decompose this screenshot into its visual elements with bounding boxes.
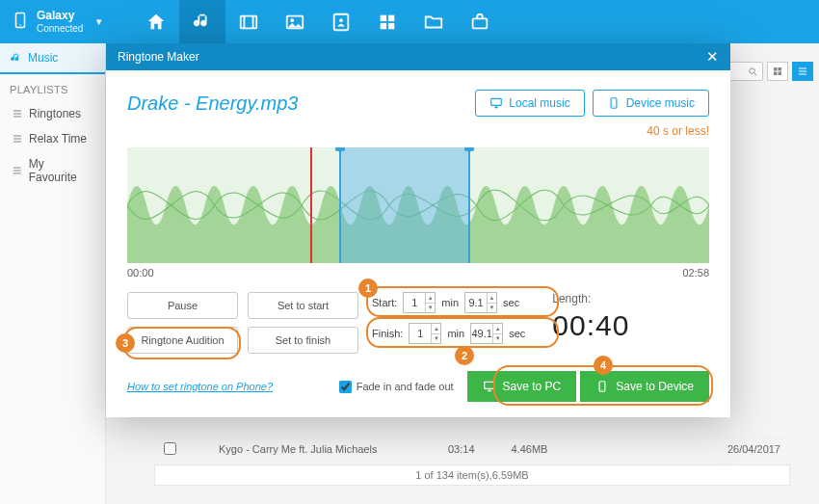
dialog-titlebar[interactable]: Ringtone Maker ✕ <box>106 43 730 70</box>
svg-point-6 <box>340 18 344 22</box>
nav-home[interactable] <box>133 0 179 43</box>
svg-rect-15 <box>774 72 778 76</box>
sidebar-item-relax[interactable]: Relax Time <box>0 126 105 151</box>
device-music-button[interactable]: Device music <box>593 90 709 117</box>
view-list-button[interactable] <box>792 62 813 81</box>
start-sec-input[interactable]: 9.1▲▼ <box>464 292 497 313</box>
svg-rect-14 <box>779 67 782 71</box>
nav-music[interactable] <box>179 0 225 43</box>
selection-start-handle[interactable] <box>335 147 345 151</box>
nav-apps[interactable] <box>364 0 410 43</box>
ringtone-audition-button[interactable]: Ringtone Audition <box>127 327 238 354</box>
music-icon <box>10 52 22 65</box>
callout-badge-2: 2 <box>455 346 474 365</box>
monitor-icon <box>483 380 496 393</box>
button-label: Device music <box>626 96 695 110</box>
track-duration: 03:14 <box>448 443 475 455</box>
row-checkbox[interactable] <box>164 442 176 455</box>
svg-rect-13 <box>774 67 778 71</box>
svg-rect-11 <box>473 18 488 28</box>
nav-photos[interactable] <box>272 0 318 43</box>
device-status: Connected <box>37 23 83 34</box>
unit-min: min <box>447 328 464 339</box>
sidebar-item-label: Relax Time <box>29 132 87 146</box>
chevron-down-icon[interactable]: ▾ <box>96 15 102 28</box>
callout-badge-4: 4 <box>594 356 613 375</box>
svg-rect-10 <box>388 22 394 28</box>
svg-point-4 <box>291 18 295 22</box>
pause-button[interactable]: Pause <box>127 292 238 319</box>
time-start-label: 00:00 <box>127 267 154 279</box>
sidebar-item-label: My Favourite <box>29 157 93 184</box>
svg-point-12 <box>750 67 755 73</box>
button-label: Local music <box>509 96 569 110</box>
view-grid-button[interactable] <box>767 62 788 81</box>
svg-point-19 <box>613 106 614 107</box>
selection-range[interactable] <box>339 147 470 263</box>
close-icon[interactable]: ✕ <box>706 48 719 66</box>
nav-video[interactable] <box>225 0 272 43</box>
track-date: 26/04/2017 <box>727 443 780 455</box>
svg-rect-20 <box>484 382 494 388</box>
track-size: 4.46MB <box>512 443 548 455</box>
list-icon <box>12 133 23 145</box>
fade-checkbox-label[interactable]: Fade in and fade out <box>339 381 454 393</box>
table-row[interactable]: Kygo - Carry Me ft. Julia Michaels 03:14… <box>154 438 790 459</box>
sidebar-item-favourite[interactable]: My Favourite <box>0 151 105 190</box>
search-icon <box>748 66 758 77</box>
fade-checkbox[interactable] <box>339 381 352 393</box>
ringtone-maker-dialog: Ringtone Maker ✕ Drake - Energy.mp3 Loca… <box>106 43 730 417</box>
button-label: Save to PC <box>503 380 562 393</box>
finish-sec-input[interactable]: 49.1▲▼ <box>470 323 503 344</box>
sidebar-item-ringtones[interactable]: Ringtones <box>0 101 105 126</box>
save-to-pc-button[interactable]: Save to PC <box>467 371 577 402</box>
sidebar: Music PLAYLISTS Ringtones Relax Time My … <box>0 43 106 504</box>
button-label: Save to Device <box>616 380 694 393</box>
save-to-device-button[interactable]: Save to Device <box>580 371 709 402</box>
length-value: 00:40 <box>552 309 629 342</box>
length-label: Length: <box>552 292 629 305</box>
monitor-icon <box>489 96 503 110</box>
unit-sec: sec <box>503 297 519 308</box>
selection-end-handle[interactable] <box>464 147 474 151</box>
callout-badge-3: 3 <box>116 333 135 353</box>
svg-rect-16 <box>779 72 782 76</box>
top-nav <box>133 0 503 43</box>
duration-warning: 40 s or less! <box>127 124 709 138</box>
time-end-label: 02:58 <box>682 267 709 279</box>
svg-rect-2 <box>241 15 257 28</box>
track-list: Kygo - Carry Me ft. Julia Michaels 03:14… <box>154 438 790 486</box>
playlists-header: PLAYLISTS <box>0 74 105 101</box>
svg-rect-17 <box>491 98 502 105</box>
svg-point-1 <box>19 24 21 26</box>
callout-badge-1: 1 <box>358 279 378 298</box>
finish-min-input[interactable]: 1▲▼ <box>409 323 441 344</box>
list-icon <box>12 165 23 176</box>
device-info[interactable]: Galaxy Connected ▾ <box>0 9 114 36</box>
nav-toolbox[interactable] <box>457 0 503 43</box>
local-music-button[interactable]: Local music <box>475 90 584 117</box>
svg-rect-7 <box>381 14 386 20</box>
start-label: Start: <box>372 297 397 308</box>
svg-rect-8 <box>388 14 394 20</box>
sidebar-tab-music[interactable]: Music <box>0 43 105 74</box>
track-title: Kygo - Carry Me ft. Julia Michaels <box>219 443 411 455</box>
playhead[interactable] <box>310 147 312 263</box>
start-min-input[interactable]: 1▲▼ <box>403 292 436 313</box>
top-bar: Galaxy Connected ▾ <box>0 0 819 43</box>
sidebar-item-label: Ringtones <box>29 107 81 120</box>
set-to-start-button[interactable]: Set to start <box>248 292 358 319</box>
device-name: Galaxy <box>37 10 83 22</box>
sidebar-tab-label: Music <box>28 51 58 65</box>
unit-sec: sec <box>509 328 525 339</box>
svg-point-22 <box>602 389 603 390</box>
waveform[interactable] <box>127 147 709 263</box>
nav-files[interactable] <box>410 0 457 43</box>
dialog-title: Ringtone Maker <box>118 50 199 64</box>
set-to-finish-button[interactable]: Set to finish <box>248 327 358 354</box>
phone-icon <box>12 9 29 36</box>
fade-label-text: Fade in and fade out <box>357 381 454 392</box>
nav-contacts[interactable] <box>318 0 364 43</box>
list-footer: 1 of 134 item(s),6.59MB <box>154 464 790 486</box>
help-link[interactable]: How to set ringtone on Phone? <box>127 381 273 392</box>
